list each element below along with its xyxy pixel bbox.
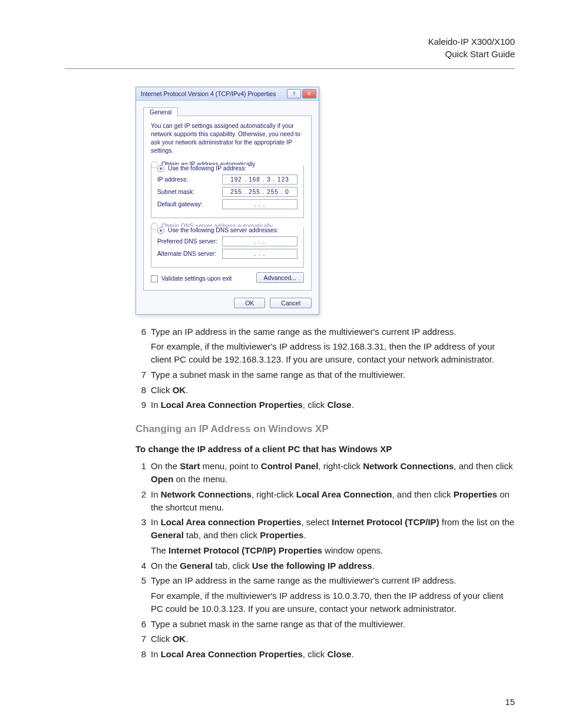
ok-button[interactable]: OK bbox=[234, 298, 265, 308]
dialog-title: Internet Protocol Version 4 (TCP/IPv4) P… bbox=[141, 90, 286, 97]
step-6: 6 Type an IP address in the same range a… bbox=[135, 325, 515, 366]
steps-xp: 1 On the Start menu, point to Control Pa… bbox=[135, 460, 515, 661]
xp-step-1: 1 On the Start menu, point to Control Pa… bbox=[135, 460, 515, 486]
product-name: Kaleido-IP X300/X100 bbox=[65, 35, 515, 48]
xp-step-4: 4 On the General tab, click Use the foll… bbox=[135, 559, 515, 572]
xp-step-2: 2 In Network Connections, right-click Lo… bbox=[135, 488, 515, 514]
xp-step-8: 8 In Local Area Connection Properties, c… bbox=[135, 648, 515, 661]
input-pref-dns[interactable]: . . . bbox=[222, 236, 297, 246]
label-validate: Validate settings upon exit bbox=[161, 275, 232, 282]
label-manual-ip: Use the following IP address: bbox=[168, 165, 246, 172]
procedure-title: To change the IP address of a client PC … bbox=[135, 443, 515, 456]
radio-manual-dns[interactable] bbox=[157, 227, 164, 234]
steps-continued: 6 Type an IP address in the same range a… bbox=[135, 325, 515, 412]
page-header: Kaleido-IP X300/X100 Quick Start Guide bbox=[65, 35, 515, 60]
tab-general[interactable]: General bbox=[143, 107, 178, 116]
xp-step-3: 3 In Local Area connection Properties, s… bbox=[135, 516, 515, 556]
help-icon[interactable]: ? bbox=[287, 89, 301, 98]
advanced-button[interactable]: Advanced... bbox=[256, 272, 304, 283]
input-alt-dns[interactable]: . . . bbox=[222, 249, 297, 259]
label-pref-dns: Preferred DNS server: bbox=[157, 238, 222, 245]
label-subnet: Subnet mask: bbox=[157, 189, 222, 195]
input-ip-address[interactable]: 192 . 168 . 3 . 123 bbox=[222, 174, 297, 185]
dialog-titlebar: Internet Protocol Version 4 (TCP/IPv4) P… bbox=[136, 87, 319, 101]
xp-step-7: 7 Click OK. bbox=[135, 633, 515, 645]
page-number: 15 bbox=[505, 697, 515, 707]
checkbox-validate[interactable] bbox=[151, 275, 158, 282]
label-gateway: Default gateway: bbox=[157, 201, 222, 207]
section-heading: Changing an IP Address on Windows XP bbox=[135, 422, 515, 437]
doc-title: Quick Start Guide bbox=[65, 48, 515, 60]
label-manual-dns: Use the following DNS server addresses: bbox=[168, 227, 279, 233]
step-8: 8 Click OK. bbox=[135, 384, 515, 397]
input-subnet[interactable]: 255 . 255 . 255 . 0 bbox=[222, 187, 297, 197]
radio-manual-ip[interactable] bbox=[157, 165, 164, 172]
step-9: 9 In Local Area Connection Properties, c… bbox=[135, 398, 515, 411]
dialog-intro: You can get IP settings assigned automat… bbox=[151, 122, 304, 155]
cancel-button[interactable]: Cancel bbox=[270, 298, 312, 308]
label-alt-dns: Alternate DNS server: bbox=[157, 251, 222, 257]
step-7: 7 Type a subnet mask in the same range a… bbox=[135, 368, 515, 381]
label-ip-address: IP address: bbox=[157, 176, 222, 183]
xp-step-6: 6 Type a subnet mask in the same range a… bbox=[135, 618, 515, 631]
close-icon[interactable]: ✕ bbox=[302, 89, 316, 98]
ipv4-properties-dialog: Internet Protocol Version 4 (TCP/IPv4) P… bbox=[135, 87, 319, 315]
input-gateway[interactable]: . . . bbox=[222, 199, 297, 209]
header-rule bbox=[65, 68, 515, 69]
xp-step-5: 5 Type an IP address in the same range a… bbox=[135, 574, 515, 615]
